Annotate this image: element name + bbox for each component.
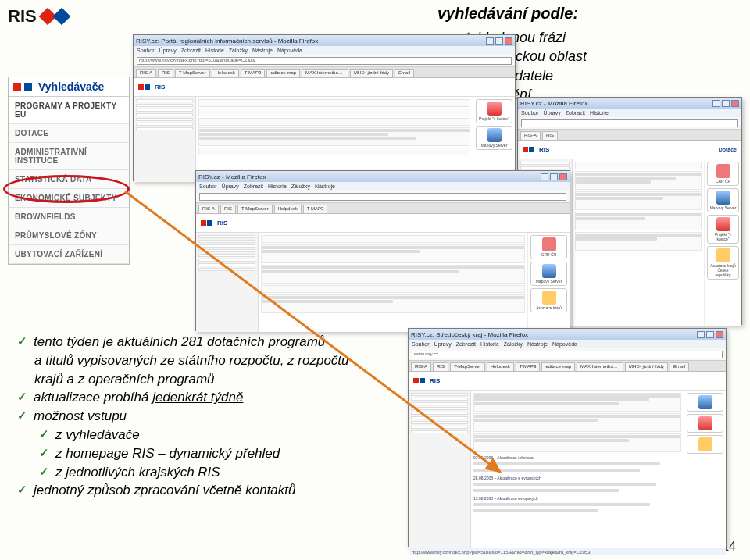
sidebar-field[interactable] — [198, 268, 255, 271]
maximize-button[interactable] — [495, 37, 503, 45]
maximize-button[interactable] — [550, 173, 558, 180]
close-button[interactable] — [559, 173, 567, 180]
browser-tab[interactable]: Helpdesk — [487, 362, 514, 371]
sidebar-item-zony[interactable]: Průmyslové zóny — [9, 226, 129, 245]
browser-tab[interactable]: RIS-A — [411, 362, 431, 371]
browser-menubar[interactable]: Soubor Úpravy Zobrazit Historie Záložky … — [409, 340, 726, 348]
projekt-icon — [716, 217, 730, 231]
browser-tab[interactable]: MHD- jízdní řády — [625, 362, 668, 371]
page-body: RIS Projekt "v kost — [134, 78, 515, 182]
map-icon — [488, 128, 502, 142]
close-button[interactable] — [716, 331, 723, 338]
minimize-button[interactable] — [541, 173, 548, 180]
browser-tab[interactable]: T-MAP3 — [303, 205, 328, 213]
sidebar-item-programy[interactable]: Programy a projekty EU — [9, 97, 129, 124]
widget-mapovy[interactable]: Mapový Server — [707, 188, 739, 212]
url-input[interactable]: www.risy.cz — [412, 351, 723, 358]
widget-asociace[interactable]: Asociace krajů České republiky — [707, 246, 739, 280]
browser-tab[interactable]: RIS — [542, 131, 558, 140]
minimize-button[interactable] — [697, 331, 705, 338]
sidebar-field[interactable] — [198, 249, 255, 252]
address-bar — [518, 117, 741, 130]
sidebar-field[interactable] — [198, 263, 255, 266]
minimize-button[interactable] — [712, 100, 720, 107]
browser-tab[interactable]: editace map — [266, 69, 300, 77]
sidebar-field[interactable] — [411, 421, 468, 424]
widget-projekt[interactable]: Projekt "v kostce" — [476, 99, 512, 123]
sidebar-field[interactable] — [411, 416, 468, 419]
sidebar-field[interactable] — [411, 412, 468, 415]
browser-tab[interactable]: editace map — [541, 362, 575, 371]
browser-tab[interactable]: RIS-A — [198, 205, 219, 213]
check-icon: ✓ — [39, 463, 49, 480]
sidebar-field[interactable] — [411, 393, 468, 396]
close-button[interactable] — [505, 37, 512, 45]
browser-tab[interactable]: T-MAP3 — [516, 362, 541, 371]
sidebar-item-brownfields[interactable]: Brownfields — [9, 208, 129, 226]
browser-tab[interactable]: T-MapServer — [175, 69, 210, 77]
sidebar-item-dotace[interactable]: Dotace — [9, 124, 129, 143]
widget-mapovy[interactable]: Mapový Server — [530, 262, 567, 286]
widget-projekt[interactable]: Projekt "v kostce" — [707, 215, 739, 244]
sidebar-field[interactable] — [136, 113, 193, 116]
browser-tab[interactable]: MHD- jízdní řády — [350, 69, 393, 77]
browser-menubar[interactable]: Soubor Úpravy Zobrazit Historie Záložky … — [196, 182, 570, 191]
sidebar-field[interactable] — [198, 244, 255, 248]
url-input[interactable] — [199, 193, 566, 201]
browser-tab[interactable]: MAX Internetbanking PS — [577, 362, 623, 371]
browser-menubar[interactable]: Soubor Úpravy Zobrazit Historie — [518, 109, 741, 117]
sidebar-field[interactable] — [411, 407, 468, 410]
browser-tab[interactable]: RIS — [220, 205, 236, 213]
sidebar-field[interactable] — [411, 402, 468, 405]
browser-tab[interactable]: RIS — [433, 362, 448, 371]
browser-tab[interactable]: RIS — [158, 69, 173, 77]
browser-tab[interactable]: RIS-A — [136, 69, 156, 77]
status-bar: http://www.risy.cz/index.php?pid=510&sid… — [409, 548, 726, 555]
browser-tab[interactable]: RIS-A — [520, 131, 541, 140]
url-input[interactable]: http://www.risy.cz/index.php?pid=510&lan… — [137, 57, 512, 65]
widget[interactable] — [687, 393, 723, 412]
browser-menubar[interactable]: Soubor Úpravy Zobrazit Historie Záložky … — [134, 46, 515, 55]
browser-tab[interactable]: T-MapServer — [450, 362, 485, 371]
sidebar-item-instituce[interactable]: Administrativní instituce — [9, 143, 129, 170]
minimize-button[interactable] — [486, 37, 494, 45]
browser-tab[interactable]: T-MAP3 — [241, 69, 266, 77]
diamond-blue-icon — [24, 83, 32, 91]
sidebar-field[interactable] — [136, 99, 193, 102]
sidebar-field[interactable] — [136, 127, 193, 130]
browser-tab[interactable]: Helpdesk — [212, 69, 239, 77]
browser-tab[interactable]: Email — [670, 362, 689, 371]
maximize-button[interactable] — [706, 331, 714, 338]
sidebar-field[interactable] — [411, 426, 468, 429]
sidebar-field[interactable] — [411, 398, 468, 401]
sidebar-field[interactable] — [136, 109, 193, 112]
widget[interactable] — [687, 435, 723, 454]
diamond-red-icon — [523, 147, 528, 152]
sidebar-field[interactable] — [136, 104, 193, 107]
sidebar-field[interactable] — [198, 240, 255, 243]
widget-asociace[interactable]: Asociace krajů — [530, 288, 567, 312]
sidebar-field[interactable] — [411, 430, 468, 433]
browser-tab[interactable]: Helpdesk — [274, 205, 302, 213]
browser-tab[interactable]: T-MapServer — [238, 205, 273, 213]
sidebar-field[interactable] — [198, 254, 255, 257]
widget-crr[interactable]: CRR ČR — [530, 235, 567, 259]
browser-tab[interactable]: Email — [395, 69, 414, 77]
url-input[interactable] — [521, 119, 738, 127]
sidebar-field[interactable] — [198, 259, 255, 262]
sidebar-field[interactable] — [136, 118, 193, 121]
page-widgets: CRR ČR Mapový Server Projekt "v kostce" … — [704, 159, 741, 326]
tab-bar: RIS-A RIS — [518, 130, 741, 141]
sidebar-field[interactable] — [520, 162, 570, 165]
maximize-button[interactable] — [722, 100, 730, 107]
sidebar-field[interactable] — [520, 166, 570, 169]
widget-crr[interactable]: CRR ČR — [707, 162, 739, 186]
browser-tab[interactable]: MAX Internetbanking PS — [302, 69, 348, 77]
tab-bar: RIS-A RIS T-MapServer Helpdesk T-MAP3 ed… — [409, 361, 726, 372]
sidebar-field[interactable] — [198, 235, 255, 238]
sidebar-field[interactable] — [136, 123, 193, 126]
sidebar-item-ubytovani[interactable]: Ubytovací zařízení — [9, 245, 129, 264]
widget[interactable] — [687, 414, 723, 433]
widget-mapovy[interactable]: Mapový Server — [476, 126, 512, 150]
close-button[interactable] — [731, 100, 739, 107]
